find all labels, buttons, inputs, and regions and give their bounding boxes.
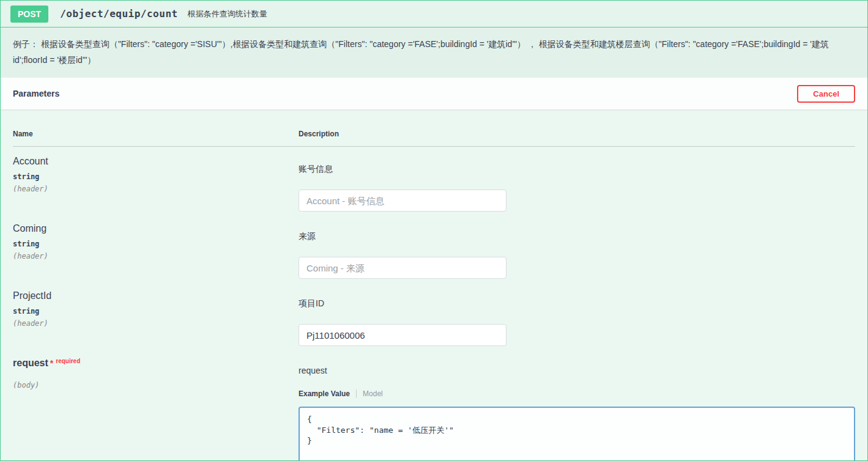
param-desc-cell: 来源 <box>299 223 855 279</box>
param-name: ProjectId <box>13 290 299 301</box>
endpoint-description: 例子： 根据设备类型查询（"Filters": "category ='SISU… <box>1 28 867 78</box>
param-desc-cell: request Example Value Model { "Filters":… <box>299 358 855 461</box>
param-row-request: request*required (body) request Example … <box>13 349 855 461</box>
tab-example-value[interactable]: Example Value <box>299 389 356 398</box>
endpoint-summary: 根据条件查询统计数量 <box>188 9 267 20</box>
parameters-section-header: Parameters Cancel <box>1 78 867 109</box>
param-description: request <box>299 366 855 375</box>
param-type: string <box>13 172 299 181</box>
parameters-title: Parameters <box>13 89 59 98</box>
param-name-text: request <box>13 358 48 368</box>
param-description: 来源 <box>299 231 855 242</box>
param-row-account: Account string (header) 账号信息 <box>13 147 855 214</box>
body-tab-bar: Example Value Model <box>299 389 855 398</box>
param-name-cell: Account string (header) <box>13 156 299 193</box>
param-description: 账号信息 <box>299 164 855 175</box>
cancel-button[interactable]: Cancel <box>797 85 855 103</box>
coming-input[interactable] <box>299 257 506 279</box>
param-type: string <box>13 240 299 248</box>
param-row-coming: Coming string (header) 来源 <box>13 214 855 281</box>
parameters-table: Name Description Account string (header)… <box>1 109 867 461</box>
param-location: (header) <box>13 185 299 193</box>
param-description: 项目ID <box>299 298 855 309</box>
request-body-textarea[interactable]: { "Filters": "name = '低压开关'" } <box>299 407 855 461</box>
param-name-cell: ProjectId string (header) <box>13 290 299 328</box>
column-header-name: Name <box>13 130 299 138</box>
method-badge: POST <box>10 6 48 23</box>
param-desc-cell: 账号信息 <box>299 156 855 212</box>
param-name: Coming <box>13 223 299 234</box>
param-location: (header) <box>13 319 299 328</box>
param-row-projectid: ProjectId string (header) 项目ID <box>13 281 855 349</box>
param-name-cell: Coming string (header) <box>13 223 299 260</box>
parameters-table-header: Name Description <box>13 109 855 147</box>
param-location: (header) <box>13 252 299 260</box>
required-asterisk: * <box>50 358 53 368</box>
param-desc-cell: 项目ID <box>299 290 855 346</box>
operation-summary-bar[interactable]: POST /object/equip/count 根据条件查询统计数量 <box>1 1 867 28</box>
column-header-description: Description <box>299 130 855 138</box>
param-name: Account <box>13 156 299 167</box>
tab-model[interactable]: Model <box>356 389 383 398</box>
param-name-cell: request*required (body) <box>13 358 299 389</box>
param-name: request*required <box>13 358 299 369</box>
param-type: string <box>13 307 299 315</box>
required-label: required <box>56 358 80 364</box>
endpoint-path: /object/equip/count <box>60 8 178 20</box>
operation-block-post: POST /object/equip/count 根据条件查询统计数量 例子： … <box>0 0 868 461</box>
account-input[interactable] <box>299 190 506 212</box>
projectid-input[interactable] <box>299 324 506 346</box>
param-location: (body) <box>13 381 299 389</box>
